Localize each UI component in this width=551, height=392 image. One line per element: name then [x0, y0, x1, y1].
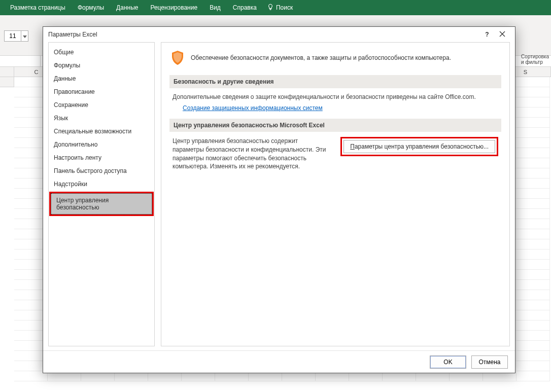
sidebar-item-language[interactable]: Язык [49, 112, 154, 125]
trust-center-settings-button[interactable]: Параметры центра управления безопасность… [343, 140, 495, 153]
dialog-content: Обеспечение безопасности документов, а т… [161, 42, 510, 346]
ribbon-tab-help[interactable]: Справка [227, 1, 263, 14]
row-header[interactable] [0, 77, 14, 87]
toolbar-filter-label: и фильтр [521, 59, 549, 65]
content-header: Обеспечение безопасности документов, а т… [169, 50, 501, 66]
sidebar-item-customize-ribbon[interactable]: Настроить ленту [49, 151, 154, 164]
trust-center-button-highlight: Параметры центра управления безопасность… [340, 137, 498, 156]
section-security-body: Дополнительные сведения о защите конфиде… [169, 93, 501, 119]
font-size-input[interactable] [4, 30, 21, 42]
content-header-text: Обеспечение безопасности документов, а т… [191, 54, 451, 61]
excel-options-dialog: Параметры Excel ? Общие Формулы Данные П… [43, 26, 515, 373]
select-all-corner[interactable] [0, 67, 14, 77]
lightbulb-icon [267, 4, 276, 12]
ok-button[interactable]: OK [430, 355, 466, 369]
sidebar-item-proofing[interactable]: Правописание [49, 85, 154, 98]
sidebar-item-save[interactable]: Сохранение [49, 98, 154, 112]
dialog-sidebar: Общие Формулы Данные Правописание Сохран… [48, 42, 155, 346]
sidebar-item-quick-access[interactable]: Панель быстрого доступа [49, 164, 154, 177]
ribbon-tab-formulas[interactable]: Формулы [72, 1, 110, 14]
sidebar-item-formulas[interactable]: Формулы [49, 59, 154, 72]
dialog-close-button[interactable] [495, 27, 510, 42]
ribbon-search-label: Поиск [276, 4, 293, 11]
dialog-help-button[interactable]: ? [479, 27, 495, 42]
cancel-button[interactable]: Отмена [471, 355, 508, 369]
sidebar-item-general[interactable]: Общие [49, 46, 154, 59]
row-headers [0, 77, 14, 381]
trust-btn-accel: П [350, 143, 355, 150]
section-trust-center-title: Центр управления безопасностью Microsoft… [169, 119, 501, 132]
secure-systems-link[interactable]: Создание защищенных информационных систе… [183, 104, 323, 112]
sidebar-item-addins[interactable]: Надстройки [49, 177, 154, 191]
trust-center-description: Центр управления безопасностью содержит … [173, 137, 330, 171]
trust-btn-rest: араметры центра управления безопасностью… [355, 143, 489, 150]
ribbon-tab-review[interactable]: Рецензирование [144, 1, 203, 14]
dialog-title: Параметры Excel [48, 31, 97, 38]
section-security-text: Дополнительные сведения о защите конфиде… [173, 93, 476, 100]
toolbar-sort-label: Сортировка [521, 54, 549, 59]
ribbon-tab-view[interactable]: Вид [203, 1, 227, 14]
ribbon: Разметка страницы Формулы Данные Рецензи… [0, 0, 551, 15]
ribbon-tab-data[interactable]: Данные [110, 1, 144, 14]
sidebar-item-accessibility[interactable]: Специальные возможности [49, 125, 154, 138]
chevron-down-icon [23, 31, 27, 41]
ribbon-search[interactable]: Поиск [263, 1, 297, 15]
shield-icon [169, 50, 186, 66]
font-size-dropdown[interactable] [21, 30, 28, 42]
help-icon: ? [485, 31, 489, 38]
toolbar-right-group: Сортировка и фильтр [521, 54, 551, 65]
close-icon [499, 31, 505, 39]
sidebar-item-trust-center[interactable]: Центр управления безопасностью [51, 193, 152, 215]
sidebar-item-trust-center-highlight: Центр управления безопасностью [49, 192, 154, 216]
ribbon-tab-page-layout[interactable]: Разметка страницы [4, 1, 72, 14]
name-box[interactable] [0, 56, 41, 67]
font-size-box [4, 30, 28, 42]
sidebar-item-advanced[interactable]: Дополнительно [49, 138, 154, 151]
section-trust-center-body: Центр управления безопасностью содержит … [169, 137, 501, 178]
dialog-titlebar: Параметры Excel ? [43, 27, 515, 42]
dialog-footer: OK Отмена [43, 350, 515, 373]
section-security-title: Безопасность и другие сведения [169, 75, 501, 88]
sidebar-item-data[interactable]: Данные [49, 72, 154, 85]
